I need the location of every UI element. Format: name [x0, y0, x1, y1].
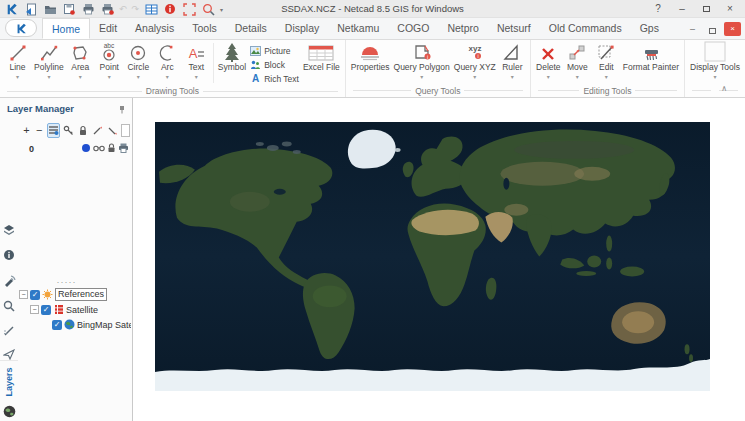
info-circle-icon[interactable]	[2, 248, 16, 262]
key-button[interactable]	[62, 123, 75, 138]
tab-netsurf[interactable]: Netsurf	[488, 18, 540, 39]
dropdown-icon[interactable]: ▾	[108, 74, 111, 80]
dropdown-icon[interactable]: ▾	[79, 74, 82, 80]
close-button[interactable]: ×	[718, 0, 742, 18]
tab-gps[interactable]: Gps	[631, 18, 668, 39]
print-button[interactable]	[81, 2, 95, 16]
lock-button[interactable]	[77, 123, 89, 138]
redo-button[interactable]: ↷	[132, 2, 140, 16]
picture-button[interactable]: Picture	[250, 44, 299, 57]
antenna-icon[interactable]	[2, 274, 16, 288]
add-layer-button[interactable]: +	[21, 123, 32, 138]
expander-icon[interactable]: −	[19, 290, 28, 299]
send-icon[interactable]	[2, 347, 16, 361]
tab-cogo[interactable]: COGO	[388, 18, 438, 39]
dropdown-icon[interactable]: ▾	[605, 74, 608, 80]
tree-label-satellite[interactable]: Satellite	[66, 305, 98, 315]
tab-display[interactable]: Display	[276, 18, 328, 39]
open-folder-button[interactable]	[43, 2, 57, 16]
edit-button[interactable]: Edit ▾	[592, 41, 621, 80]
tab-edit[interactable]: Edit	[90, 18, 126, 39]
point-button[interactable]: abc Point ▾	[95, 41, 124, 80]
tab-analysis[interactable]: Analysis	[126, 18, 183, 39]
save-button[interactable]	[62, 2, 76, 16]
dropdown-icon[interactable]: ▾	[137, 74, 140, 80]
arc-button[interactable]: Arc ▾	[153, 41, 182, 80]
polyline-button[interactable]: Polyline ▾	[32, 41, 66, 80]
undo-button[interactable]: ↶	[119, 2, 127, 16]
dropdown-icon[interactable]: ▾	[166, 74, 169, 80]
query-polygon-button[interactable]: i Query Polygon ▾	[392, 41, 452, 80]
help-button[interactable]: ?	[646, 0, 670, 18]
dropdown-icon[interactable]: ▾	[16, 74, 19, 80]
tree-label-references[interactable]: References	[55, 288, 107, 301]
dropdown-icon[interactable]: ▾	[713, 74, 716, 80]
rich-text-button[interactable]: A Rich Text	[250, 72, 299, 85]
doc-restore-button[interactable]	[704, 22, 721, 36]
quick-access-caret-icon[interactable]: ▾	[220, 6, 223, 13]
move-button[interactable]: Move ▾	[563, 41, 592, 80]
tree-row-bingmap[interactable]: ✓ BingMap Satellite I	[19, 317, 131, 332]
ribbon-collapse-button[interactable]: ∧	[721, 84, 727, 93]
checkbox-references[interactable]: ✓	[30, 290, 40, 300]
new-file-button[interactable]	[24, 2, 38, 16]
text-button[interactable]: A Text ▾	[182, 41, 211, 80]
tab-netkamu[interactable]: Netkamu	[328, 18, 388, 39]
wand-down-button[interactable]	[106, 123, 119, 138]
select-region-button[interactable]	[182, 2, 196, 16]
checkbox-bingmap[interactable]: ✓	[52, 320, 62, 330]
print-alert-button[interactable]	[100, 2, 114, 16]
symbol-button[interactable]: Symbol	[216, 41, 248, 80]
table-view-button[interactable]	[144, 2, 158, 16]
expander-icon[interactable]: −	[30, 305, 39, 314]
restore-button[interactable]	[694, 0, 718, 18]
panel-splitter[interactable]: ·····	[0, 279, 133, 285]
area-button[interactable]: Area ▾	[66, 41, 95, 80]
minimize-button[interactable]: –	[670, 0, 694, 18]
layer-lock-icon[interactable]	[107, 143, 116, 155]
remove-layer-button[interactable]: −	[34, 123, 45, 138]
tab-netpro[interactable]: Netpro	[438, 18, 488, 39]
tab-details[interactable]: Details	[226, 18, 276, 39]
doc-close-button[interactable]: ×	[724, 22, 741, 36]
dropdown-icon[interactable]: ▾	[420, 74, 423, 80]
layer-list-button[interactable]	[47, 123, 60, 138]
sketch-edit-icon[interactable]	[2, 324, 16, 338]
tree-label-bingmap[interactable]: BingMap Satellite I	[77, 320, 131, 330]
world-map-image[interactable]	[155, 122, 710, 391]
ruler-button[interactable]: Ruler ▾	[498, 41, 527, 80]
info-button[interactable]	[163, 2, 177, 16]
circle-button[interactable]: Circle ▾	[124, 41, 153, 80]
layer-print-icon[interactable]	[118, 143, 129, 155]
visibility-glasses-icon[interactable]	[93, 144, 105, 154]
checkbox-satellite[interactable]: ✓	[41, 305, 51, 315]
line-button[interactable]: Line ▾	[3, 41, 32, 80]
search-icon[interactable]	[2, 299, 16, 313]
pin-icon[interactable]	[118, 100, 126, 118]
delete-button[interactable]: Delete ▾	[534, 41, 563, 80]
excel-file-button[interactable]: Excel File	[301, 41, 342, 80]
query-xyz-button[interactable]: xyzi Query XYZ ▾	[452, 41, 498, 80]
globe-tab-icon[interactable]	[2, 404, 16, 418]
color-swatch[interactable]	[121, 124, 130, 137]
dropdown-icon[interactable]: ▾	[576, 74, 579, 80]
zoom-region-button[interactable]	[201, 2, 215, 16]
dropdown-icon[interactable]: ▾	[547, 74, 550, 80]
dropdown-icon[interactable]: ▾	[195, 74, 198, 80]
tree-row-satellite[interactable]: − ✓ Satellite	[19, 302, 131, 317]
layer-row-0[interactable]: 0	[21, 141, 129, 156]
display-tools-button[interactable]: Display Tools ▾	[688, 41, 742, 80]
dropdown-icon[interactable]: ▾	[473, 74, 476, 80]
block-button[interactable]: Block	[250, 58, 299, 71]
map-viewport[interactable]	[134, 98, 745, 421]
dropdown-icon[interactable]: ▾	[47, 74, 50, 80]
tab-home[interactable]: Home	[42, 18, 90, 39]
tab-old-commands[interactable]: Old Commands	[540, 18, 631, 39]
tree-row-references[interactable]: − ✓ References	[19, 287, 131, 302]
properties-button[interactable]: Properties	[349, 41, 392, 80]
dropdown-icon[interactable]: ▾	[511, 74, 514, 80]
layers-side-tab[interactable]: Layers	[0, 360, 18, 402]
application-menu-button[interactable]	[5, 19, 37, 37]
layers-stack-icon[interactable]	[2, 223, 16, 237]
tab-tools[interactable]: Tools	[183, 18, 226, 39]
